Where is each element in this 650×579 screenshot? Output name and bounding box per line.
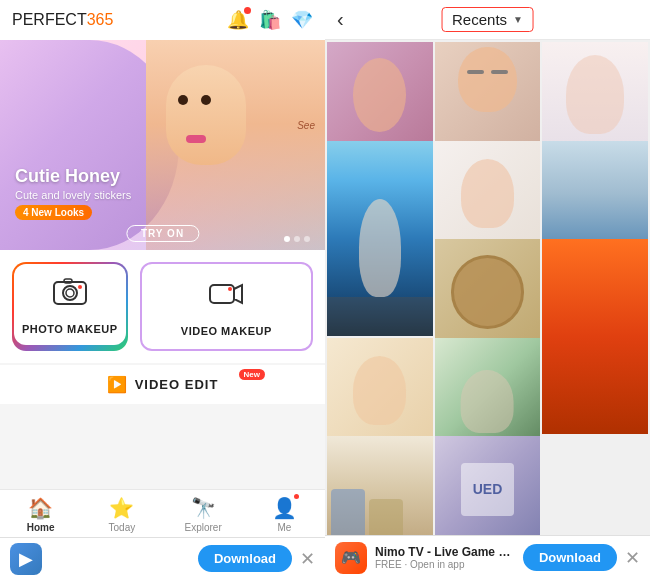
today-icon: ⭐ [109, 497, 134, 519]
me-badge [294, 494, 299, 499]
try-on-button[interactable]: TRY ON [126, 225, 199, 242]
app-info: Nimo TV - Live Game St... FREE · Open in… [375, 545, 515, 570]
download-bar-right: 🎮 Nimo TV - Live Game St... FREE · Open … [325, 535, 650, 579]
photo-7[interactable] [435, 239, 541, 345]
nav-explorer[interactable]: 🔭 Explorer [163, 496, 244, 533]
svg-point-4 [78, 285, 82, 289]
photo-8[interactable] [542, 239, 648, 434]
photo-makeup-icon [52, 274, 88, 317]
explorer-icon: 🔭 [191, 496, 216, 520]
photo-2[interactable] [435, 42, 541, 148]
photo-makeup-label: PHOTO MAKEUP [22, 323, 118, 335]
back-button[interactable]: ‹ [337, 8, 344, 31]
mode-buttons: PHOTO MAKEUP VIDEO MAKEUP [0, 250, 325, 363]
video-makeup-label: VIDEO MAKEUP [181, 325, 272, 337]
app-name: Nimo TV - Live Game St... [375, 545, 515, 559]
nav-home[interactable]: 🏠 Home [0, 496, 81, 533]
nav-explorer-label: Explorer [185, 522, 222, 533]
app-icon-left: ▶ [10, 543, 42, 575]
photo-6[interactable] [542, 141, 648, 247]
svg-marker-6 [234, 285, 242, 303]
nav-today[interactable]: ⭐ Today [81, 496, 162, 533]
video-makeup-button[interactable]: VIDEO MAKEUP [140, 262, 313, 351]
svg-point-7 [228, 287, 232, 291]
hero-text-area: Cutie Honey Cute and lovely stickers 4 N… [15, 166, 131, 220]
photo-12[interactable]: UED [435, 436, 541, 535]
nav-me[interactable]: 👤 Me [244, 496, 325, 533]
svg-point-1 [63, 286, 77, 300]
dots-indicator [284, 236, 310, 242]
photo-9[interactable] [327, 338, 433, 444]
logo: PERFECT365 [12, 11, 113, 29]
app-icon-right: 🎮 [335, 542, 367, 574]
left-header: PERFECT365 🔔 🛍️ 💎 [0, 0, 325, 40]
bag-icon[interactable]: 🛍️ [259, 9, 281, 31]
dropdown-arrow-icon: ▼ [513, 14, 523, 25]
recents-label: Recents [452, 11, 507, 28]
photo-1[interactable] [327, 42, 433, 148]
photo-3[interactable] [542, 42, 648, 148]
me-icon: 👤 [272, 497, 297, 519]
bottom-nav: 🏠 Home ⭐ Today 🔭 Explorer 👤 Me [0, 489, 325, 537]
video-edit-label: VIDEO EDIT [135, 377, 219, 392]
logo-365: 365 [87, 11, 114, 28]
right-header: ‹ Recents ▼ [325, 0, 650, 40]
photo-grid: UED [325, 40, 650, 535]
svg-point-2 [66, 289, 74, 297]
nav-today-label: Today [109, 522, 136, 533]
photo-11[interactable] [327, 436, 433, 535]
dot-3 [304, 236, 310, 242]
left-panel: PERFECT365 🔔 🛍️ 💎 🌟 🎀 🌸 See [0, 0, 325, 579]
header-icons: 🔔 🛍️ 💎 [227, 9, 313, 31]
nav-me-label: Me [277, 522, 291, 533]
video-edit-row[interactable]: ▶️ VIDEO EDIT New [0, 365, 325, 404]
close-button-right[interactable]: ✕ [625, 547, 640, 569]
video-edit-icon: ▶️ [107, 375, 127, 394]
logo-perfect: PERFECT [12, 11, 87, 28]
hero-banner[interactable]: 🌟 🎀 🌸 See Cutie Honey Cute and lovely st… [0, 40, 325, 250]
video-makeup-icon [208, 276, 244, 319]
nav-home-label: Home [27, 522, 55, 533]
recents-dropdown[interactable]: Recents ▼ [441, 7, 534, 32]
download-button-left[interactable]: Download [198, 545, 292, 572]
hero-title: Cutie Honey [15, 166, 131, 187]
bell-icon[interactable]: 🔔 [227, 9, 249, 31]
dot-2 [294, 236, 300, 242]
new-badge: New [239, 369, 265, 380]
photo-10[interactable] [435, 338, 541, 444]
dot-1 [284, 236, 290, 242]
diamond-icon[interactable]: 💎 [291, 9, 313, 31]
hero-subtitle: Cute and lovely stickers [15, 189, 131, 201]
photo-5[interactable] [435, 141, 541, 247]
download-button-right[interactable]: Download [523, 544, 617, 571]
right-panel: ‹ Recents ▼ [325, 0, 650, 579]
app-desc: FREE · Open in app [375, 559, 515, 570]
photo-makeup-button[interactable]: PHOTO MAKEUP [12, 262, 128, 351]
close-button-left[interactable]: ✕ [300, 548, 315, 570]
hero-badge: 4 New Looks [15, 205, 92, 220]
home-icon: 🏠 [28, 496, 53, 520]
bell-badge [244, 7, 251, 14]
download-bar-left: ▶ Download ✕ [0, 537, 325, 579]
photo-4[interactable] [327, 141, 433, 336]
